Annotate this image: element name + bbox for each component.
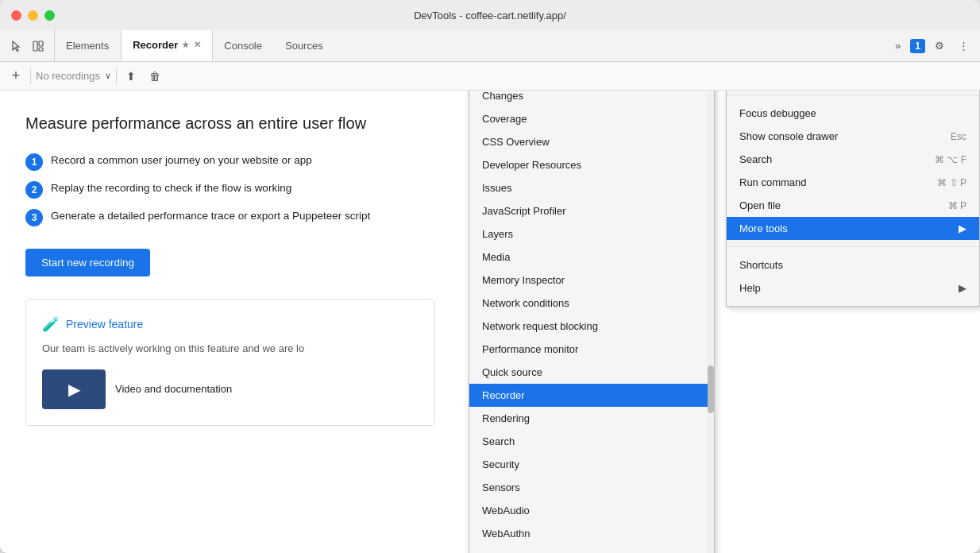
tabs: Elements Recorder ★ ✕ Console Sources bbox=[55, 30, 884, 61]
right-menu-section-1: Focus debuggee Show console drawer Esc S… bbox=[727, 95, 979, 247]
preview-media: ▶ Video and documentation bbox=[42, 369, 419, 409]
more-tabs-button[interactable]: » bbox=[890, 37, 905, 55]
menu-item-rendering[interactable]: Rendering bbox=[469, 407, 714, 430]
menu-focus-debuggee[interactable]: Focus debuggee bbox=[727, 102, 979, 125]
recorder-heading: Measure performance across an entire use… bbox=[25, 113, 435, 133]
close-button[interactable] bbox=[11, 10, 21, 21]
scrollbar-track bbox=[708, 91, 714, 553]
more-options-button[interactable]: ⋮ bbox=[954, 37, 974, 55]
menu-item-recorder[interactable]: Recorder bbox=[469, 384, 714, 407]
preview-title: Preview feature bbox=[66, 318, 143, 331]
menu-item-performance-monitor[interactable]: Performance monitor bbox=[469, 338, 714, 361]
no-recordings-label: No recordings bbox=[36, 70, 100, 82]
more-tools-submenu[interactable]: Animations Changes Coverage CSS Overview… bbox=[469, 91, 715, 553]
step-number-3: 3 bbox=[25, 209, 43, 226]
devtools-window: DevTools - coffee-cart.netlify.app/ bbox=[0, 0, 980, 553]
tab-console[interactable]: Console bbox=[213, 30, 274, 61]
svg-rect-1 bbox=[39, 41, 43, 46]
menu-open-file[interactable]: Open file ⌘ P bbox=[727, 194, 979, 217]
menu-shortcuts[interactable]: Shortcuts bbox=[727, 253, 979, 276]
tab-elements[interactable]: Elements bbox=[55, 30, 121, 61]
start-recording-button[interactable]: Start new recording bbox=[25, 249, 150, 276]
menu-item-webauthn[interactable]: WebAuthn bbox=[469, 522, 714, 545]
menu-item-search[interactable]: Search bbox=[469, 430, 714, 453]
tab-close-icon[interactable]: ✕ bbox=[194, 40, 201, 50]
more-tools-arrow-icon: ▶ bbox=[959, 222, 966, 234]
menu-item-coverage[interactable]: Coverage bbox=[469, 107, 714, 130]
titlebar: DevTools - coffee-cart.netlify.app/ bbox=[0, 0, 980, 30]
menu-item-javascript-profiler[interactable]: JavaScript Profiler bbox=[469, 199, 714, 222]
scrollbar-thumb[interactable] bbox=[708, 365, 714, 413]
steps-list: 1 Record a common user journey on your w… bbox=[25, 153, 435, 226]
main-devtools-menu[interactable]: Dock side bbox=[726, 91, 980, 307]
menu-item-changes[interactable]: Changes bbox=[469, 91, 714, 107]
main-content: Measure performance across an entire use… bbox=[0, 91, 980, 553]
step-number-1: 1 bbox=[25, 153, 43, 171]
menu-item-security[interactable]: Security bbox=[469, 453, 714, 476]
cursor-icon[interactable] bbox=[6, 37, 25, 56]
flask-icon: 🧪 bbox=[42, 315, 60, 333]
menu-item-memory-inspector[interactable]: Memory Inspector bbox=[469, 269, 714, 292]
maximize-button[interactable] bbox=[44, 10, 55, 21]
menu-item-whats-new[interactable]: What's New bbox=[469, 545, 714, 553]
video-title: Video and documentation bbox=[115, 383, 232, 395]
step-number-2: 2 bbox=[25, 181, 43, 199]
play-icon: ▶ bbox=[68, 380, 80, 399]
window-controls bbox=[11, 10, 55, 21]
notification-badge: 1 bbox=[910, 39, 925, 53]
menu-more-tools[interactable]: More tools ▶ bbox=[727, 217, 979, 240]
menu-search[interactable]: Search ⌘ ⌥ F bbox=[727, 148, 979, 171]
recorder-star-icon: ★ bbox=[182, 41, 189, 49]
menu-item-css-overview[interactable]: CSS Overview bbox=[469, 130, 714, 153]
recordings-chevron[interactable]: ∨ bbox=[105, 71, 111, 81]
svg-rect-0 bbox=[33, 41, 37, 51]
minimize-button[interactable] bbox=[28, 10, 38, 21]
menu-item-quick-source[interactable]: Quick source bbox=[469, 361, 714, 384]
devtools-body: Elements Recorder ★ ✕ Console Sources » bbox=[0, 30, 980, 553]
step-text-1: Record a common user journey on your web… bbox=[51, 153, 312, 168]
recorder-panel: Measure performance across an entire use… bbox=[0, 91, 461, 553]
tabbar-right: » 1 ⚙ ⋮ bbox=[884, 30, 980, 61]
tabbar-left-icons bbox=[0, 30, 55, 61]
menu-item-sensors[interactable]: Sensors bbox=[469, 476, 714, 499]
toolbar-divider bbox=[30, 68, 31, 84]
menu-item-media[interactable]: Media bbox=[469, 246, 714, 269]
help-arrow-icon: ▶ bbox=[959, 282, 966, 294]
step-item: 2 Replay the recording to check if the f… bbox=[25, 180, 435, 199]
menu-item-network-request-blocking[interactable]: Network request blocking bbox=[469, 315, 714, 338]
menu-item-layers[interactable]: Layers bbox=[469, 222, 714, 246]
right-menu-section-2: Shortcuts Help ▶ bbox=[727, 247, 979, 306]
add-recording-button[interactable]: + bbox=[6, 67, 25, 86]
settings-button[interactable]: ⚙ bbox=[930, 37, 949, 55]
upload-button[interactable]: ⬆ bbox=[122, 67, 141, 86]
step-item: 3 Generate a detailed performance trace … bbox=[25, 208, 435, 226]
video-thumbnail: ▶ bbox=[42, 369, 106, 409]
step-item: 1 Record a common user journey on your w… bbox=[25, 153, 435, 171]
tab-recorder[interactable]: Recorder ★ ✕ bbox=[121, 30, 213, 61]
menu-show-console-drawer[interactable]: Show console drawer Esc bbox=[727, 125, 979, 148]
menu-item-webaudio[interactable]: WebAudio bbox=[469, 499, 714, 522]
tabbar: Elements Recorder ★ ✕ Console Sources » bbox=[0, 30, 980, 62]
tab-sources[interactable]: Sources bbox=[274, 30, 335, 61]
toolbar-divider-2 bbox=[116, 68, 117, 84]
window-title: DevTools - coffee-cart.netlify.app/ bbox=[414, 10, 566, 21]
inspect-icon[interactable] bbox=[29, 37, 48, 56]
svg-rect-2 bbox=[39, 48, 43, 51]
menu-item-network-conditions[interactable]: Network conditions bbox=[469, 292, 714, 315]
step-text-3: Generate a detailed performance trace or… bbox=[51, 208, 370, 224]
preview-feature-box: 🧪 Preview feature Our team is actively w… bbox=[25, 299, 435, 426]
menu-help[interactable]: Help ▶ bbox=[727, 276, 979, 300]
delete-button[interactable]: 🗑 bbox=[145, 67, 164, 86]
preview-text: Our team is actively working on this fea… bbox=[42, 341, 419, 357]
recorder-toolbar: + No recordings ∨ ⬆ 🗑 bbox=[0, 62, 980, 91]
step-text-2: Replay the recording to check if the flo… bbox=[51, 180, 291, 196]
menu-item-developer-resources[interactable]: Developer Resources bbox=[469, 153, 714, 176]
menu-item-issues[interactable]: Issues bbox=[469, 176, 714, 199]
menu-run-command[interactable]: Run command ⌘ ⇧ P bbox=[727, 171, 979, 194]
preview-header: 🧪 Preview feature bbox=[42, 315, 419, 333]
